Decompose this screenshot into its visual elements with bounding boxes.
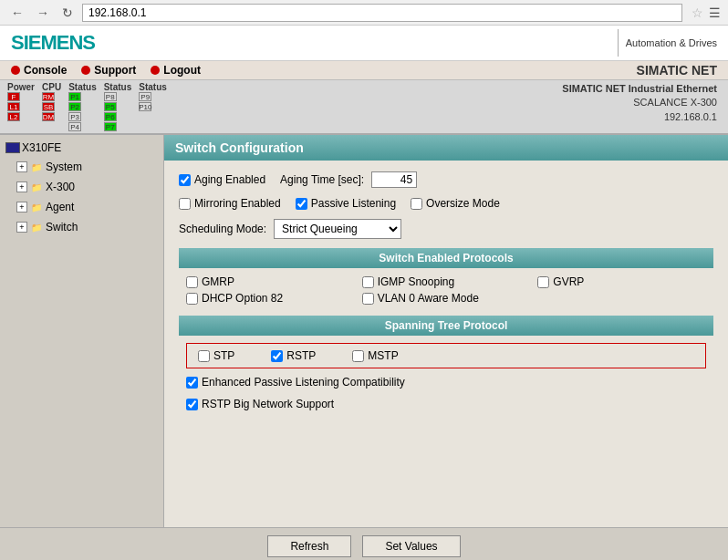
status2-label: Status xyxy=(104,82,132,92)
expand-system-icon[interactable]: + xyxy=(16,161,27,172)
sidebar-system-label: System xyxy=(46,161,82,173)
folder-icon-agent: 📁 xyxy=(29,200,44,214)
aging-time-label: Aging Time [sec]: xyxy=(280,173,364,186)
rstp-checkbox-label[interactable]: RSTP xyxy=(271,349,316,362)
stp-checkbox-label[interactable]: STP xyxy=(198,349,234,362)
rstp-big-checkbox[interactable] xyxy=(186,399,198,410)
logout-link[interactable]: Logout xyxy=(151,64,201,77)
support-link[interactable]: Support xyxy=(81,64,136,77)
console-dot xyxy=(11,66,20,75)
status3-col: Status P9 P10 xyxy=(139,82,167,131)
stp-checkbox[interactable] xyxy=(198,350,210,362)
stp-text: STP xyxy=(213,349,234,362)
product-title: SIMATIC NET Industrial Ethernet xyxy=(562,82,717,96)
gmrp-checkbox[interactable] xyxy=(186,276,198,288)
s2-p7: P7 xyxy=(104,122,117,131)
address-bar[interactable] xyxy=(82,4,682,22)
rstp-checkbox[interactable] xyxy=(271,350,283,362)
browser-chrome: ← → ↻ ☆ ☰ xyxy=(0,0,728,26)
aging-enabled-text: Aging Enabled xyxy=(194,173,265,186)
aging-time-input[interactable] xyxy=(371,171,417,188)
console-link[interactable]: Console xyxy=(11,64,67,77)
folder-icon-switch: 📁 xyxy=(29,220,44,234)
enhanced-checkbox[interactable] xyxy=(186,377,198,389)
power-col: Power F L1 L2 xyxy=(7,82,35,131)
power-label: Power xyxy=(7,82,35,92)
dhcp-text: DHCP Option 82 xyxy=(202,292,283,305)
product-ip: 192.168.0.1 xyxy=(562,110,717,124)
passive-listening-checkbox-label[interactable]: Passive Listening xyxy=(296,197,396,210)
mirroring-checkbox[interactable] xyxy=(179,198,191,210)
protocols-header: Switch Enabled Protocols xyxy=(179,248,713,268)
simatic-net-label: SIMATIC NET xyxy=(637,63,717,78)
oversize-mode-checkbox-label[interactable]: Oversize Mode xyxy=(411,197,500,210)
sidebar-item-agent[interactable]: + 📁 Agent xyxy=(15,197,160,217)
mirroring-text: Mirroring Enabled xyxy=(194,197,281,210)
refresh-button[interactable]: ↻ xyxy=(58,4,77,22)
logout-label: Logout xyxy=(163,64,201,77)
expand-switch-icon[interactable]: + xyxy=(16,222,27,233)
igmp-checkbox[interactable] xyxy=(362,276,374,288)
monitor-icon xyxy=(5,142,20,153)
sidebar-item-system[interactable]: + 📁 System xyxy=(15,157,160,177)
cpu-col: CPU RM SB DM xyxy=(42,82,61,131)
enhanced-row: Enhanced Passive Listening Compatibility xyxy=(186,376,706,389)
sidebar: X310FE + 📁 System + 📁 X-300 + 📁 Agent + … xyxy=(0,135,164,527)
scheduling-select[interactable]: Strict Queueing WFQ WRR xyxy=(274,219,401,239)
aging-enabled-checkbox-label[interactable]: Aging Enabled xyxy=(179,173,265,186)
nav-bar: Console Support Logout SIMATIC NET xyxy=(0,61,728,80)
enhanced-checkbox-label[interactable]: Enhanced Passive Listening Compatibility xyxy=(186,376,405,389)
vlan-label[interactable]: VLAN 0 Aware Mode xyxy=(362,292,531,305)
buttons-row: Refresh Set Values xyxy=(0,527,728,560)
siemens-logo: SIEMENS xyxy=(11,31,95,55)
igmp-label[interactable]: IGMP Snooping xyxy=(362,275,531,288)
console-label: Console xyxy=(24,64,67,77)
igmp-text: IGMP Snooping xyxy=(378,275,455,288)
gvrp-label[interactable]: GVRP xyxy=(537,275,706,288)
status3-label: Status xyxy=(139,82,167,92)
passive-listening-checkbox[interactable] xyxy=(296,198,307,210)
dhcp-label[interactable]: DHCP Option 82 xyxy=(186,292,355,305)
panel-title: Switch Configuration xyxy=(164,135,728,161)
mstp-checkbox-label[interactable]: MSTP xyxy=(352,349,398,362)
forward-button[interactable]: → xyxy=(33,4,53,22)
app-header: SIEMENS Automation & Drives xyxy=(0,26,728,61)
status1-label: Status xyxy=(68,82,97,92)
vlan-checkbox[interactable] xyxy=(362,293,374,305)
status1-col: Status P1 P2 P3 P4 xyxy=(68,82,97,131)
sidebar-item-switch[interactable]: + 📁 Switch xyxy=(15,217,160,237)
oversize-mode-checkbox[interactable] xyxy=(411,198,422,210)
aging-time-row: Aging Time [sec]: xyxy=(280,171,417,188)
back-button[interactable]: ← xyxy=(7,4,27,22)
scheduling-row: Scheduling Mode: Strict Queueing WFQ WRR xyxy=(179,219,713,239)
mirroring-checkbox-label[interactable]: Mirroring Enabled xyxy=(179,197,281,210)
cpu-sb-indicator: SB xyxy=(42,102,55,111)
main-content: X310FE + 📁 System + 📁 X-300 + 📁 Agent + … xyxy=(0,135,728,527)
mstp-text: MSTP xyxy=(368,349,398,362)
stp-header: Spanning Tree Protocol xyxy=(179,316,713,336)
gmrp-label[interactable]: GMRP xyxy=(186,275,355,288)
aging-enabled-checkbox[interactable] xyxy=(179,174,191,186)
refresh-button[interactable]: Refresh xyxy=(267,535,351,557)
gvrp-checkbox[interactable] xyxy=(537,276,549,288)
scheduling-label: Scheduling Mode: xyxy=(179,223,266,235)
s1-p4: P4 xyxy=(68,122,81,131)
sidebar-item-x310fe[interactable]: X310FE xyxy=(4,139,160,157)
rstp-big-checkbox-label[interactable]: RSTP Big Network Support xyxy=(186,398,334,410)
header-divider xyxy=(618,29,619,57)
expand-x300-icon[interactable]: + xyxy=(16,181,27,192)
protocols-grid: GMRP IGMP Snooping GVRP DHCP Option 82 V… xyxy=(179,275,713,305)
sidebar-x300-label: X-300 xyxy=(46,181,75,193)
oversize-mode-text: Oversize Mode xyxy=(426,197,500,210)
dhcp-checkbox[interactable] xyxy=(186,293,198,305)
rstp-big-row: RSTP Big Network Support xyxy=(186,398,706,410)
expand-agent-icon[interactable]: + xyxy=(16,202,27,213)
status2-col: Status P8 P5 P6 P7 xyxy=(104,82,132,131)
panel-body: Aging Enabled Aging Time [sec]: Mirrorin… xyxy=(164,161,728,430)
sidebar-item-x300[interactable]: + 📁 X-300 xyxy=(15,177,160,197)
s1-p1: P1 xyxy=(68,92,81,101)
mstp-checkbox[interactable] xyxy=(352,350,364,362)
set-values-button[interactable]: Set Values xyxy=(362,535,460,557)
content-panel: Switch Configuration Aging Enabled Aging… xyxy=(164,135,728,527)
gvrp-text: GVRP xyxy=(553,275,584,288)
